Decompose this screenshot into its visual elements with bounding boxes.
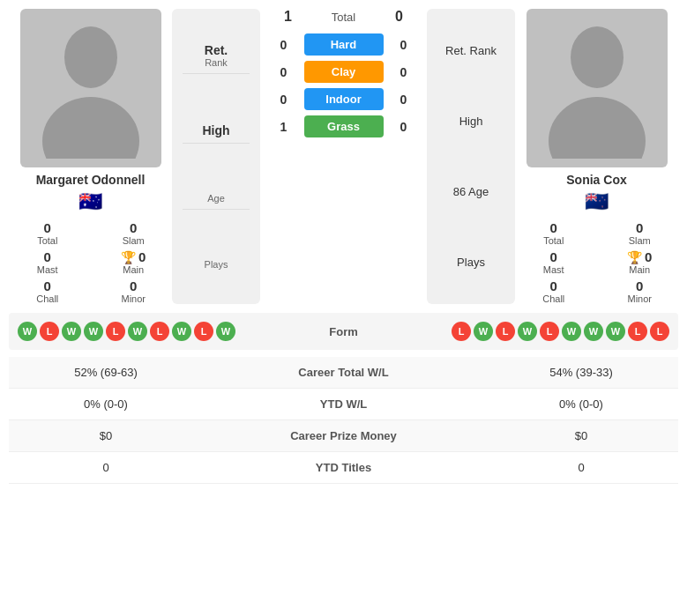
- right-main-stat: 🏆 0 Main: [601, 249, 679, 275]
- hard-left-score: 0: [271, 38, 297, 52]
- left-mast-label: Mast: [37, 264, 58, 275]
- form-badge-w: W: [562, 322, 581, 341]
- left-chall-label: Chall: [36, 293, 58, 304]
- svg-point-3: [549, 97, 646, 159]
- left-mast-stat: 0 Mast: [9, 249, 86, 275]
- left-slam-label: Slam: [123, 235, 145, 246]
- grass-button[interactable]: Grass: [304, 115, 384, 137]
- right-player-card: Sonia Cox 🇳🇿 0 Total 0 Slam 0 Mast: [515, 9, 678, 304]
- left-age-row: Age: [183, 188, 250, 210]
- form-badge-w: W: [172, 322, 191, 341]
- right-form-badges: LWLWLWWWLL: [452, 322, 669, 341]
- left-high-val: High: [202, 123, 229, 137]
- table-cell-center: YTD W/L: [203, 389, 484, 420]
- hard-right-score: 0: [391, 38, 417, 52]
- clay-right-score: 0: [391, 65, 417, 79]
- table-row: 52% (69-63)Career Total W/L54% (39-33): [9, 357, 678, 389]
- form-badge-l: L: [650, 322, 669, 341]
- left-mast-value: 0: [44, 249, 51, 264]
- right-total-value: 0: [550, 220, 557, 235]
- right-total-label: Total: [543, 235, 564, 246]
- right-mast-value: 0: [550, 249, 557, 264]
- table-row: $0Career Prize Money$0: [9, 420, 678, 452]
- right-ret-rank-row: Ret. Rank: [437, 44, 504, 57]
- indoor-left-score: 0: [271, 93, 297, 107]
- form-badge-l: L: [106, 322, 125, 341]
- left-minor-stat: 0 Minor: [95, 278, 173, 304]
- left-ret-rank-row: Ret. Rank: [183, 38, 250, 74]
- indoor-row: 0 Indoor 0: [265, 88, 422, 110]
- right-slam-value: 0: [636, 220, 643, 235]
- left-player-avatar: [20, 9, 161, 167]
- right-age-row: 86 Age: [437, 185, 504, 198]
- center-section: 1 Total 0 0 Hard 0 0 Clay 0 0 Indoor 0 1: [260, 9, 427, 304]
- right-player-flag: 🇳🇿: [585, 190, 609, 213]
- table-row: 0% (0-0)YTD W/L0% (0-0): [9, 389, 678, 420]
- right-player-name: Sonia Cox: [566, 173, 626, 187]
- form-badge-w: W: [518, 322, 537, 341]
- right-stats-panel: Ret. Rank High 86 Age Plays: [427, 9, 515, 304]
- form-badge-w: W: [18, 322, 37, 341]
- form-badge-w: W: [128, 322, 147, 341]
- hard-row: 0 Hard 0: [265, 33, 422, 56]
- left-total-label: Total: [37, 235, 57, 246]
- form-badge-l: L: [628, 322, 647, 341]
- right-plays-row: Plays: [437, 256, 504, 269]
- table-cell-center: Career Prize Money: [203, 420, 484, 452]
- right-ret-rank-lbl: Rank: [470, 44, 497, 57]
- grass-row: 1 Grass 0: [265, 115, 422, 137]
- table-cell-center: Career Total W/L: [203, 357, 484, 389]
- left-chall-value: 0: [44, 278, 51, 293]
- form-badge-l: L: [496, 322, 515, 341]
- left-player-stats: 0 Total 0 Slam 0 Mast 🏆 0: [9, 220, 172, 304]
- form-badge-w: W: [62, 322, 81, 341]
- form-badge-w: W: [584, 322, 603, 341]
- form-section: WLWWLWLWLW Form LWLWLWWWLL: [9, 313, 678, 350]
- grass-left-score: 1: [271, 120, 297, 134]
- stats-table: 52% (69-63)Career Total W/L54% (39-33)0%…: [9, 357, 678, 484]
- form-label: Form: [329, 325, 358, 338]
- form-badge-l: L: [452, 322, 471, 341]
- table-cell-left: 0% (0-0): [9, 389, 203, 420]
- total-right-score: 0: [386, 9, 413, 25]
- form-row: WLWWLWLWLW Form LWLWLWWWLL: [18, 322, 669, 341]
- grass-right-score: 0: [391, 120, 417, 134]
- right-minor-label: Minor: [627, 293, 652, 304]
- table-cell-left: $0: [9, 420, 203, 452]
- total-label: Total: [309, 11, 379, 24]
- table-cell-center: YTD Titles: [203, 452, 484, 484]
- hard-button[interactable]: Hard: [304, 33, 384, 56]
- total-left-score: 1: [275, 9, 302, 25]
- left-main-stat: 🏆 0 Main: [95, 249, 173, 275]
- right-main-label: Main: [629, 264, 650, 275]
- right-age-lbl: Age: [468, 185, 489, 198]
- indoor-button[interactable]: Indoor: [304, 88, 384, 110]
- left-main-label: Main: [123, 264, 144, 275]
- left-player-flag: 🇦🇺: [78, 190, 102, 213]
- svg-point-1: [42, 97, 139, 159]
- table-cell-right: 0% (0-0): [484, 389, 678, 420]
- right-mast-label: Mast: [543, 264, 564, 275]
- table-cell-right: $0: [484, 420, 678, 452]
- table-cell-right: 0: [484, 452, 678, 484]
- form-badge-w: W: [84, 322, 103, 341]
- table-row: 0YTD Titles0: [9, 452, 678, 484]
- table-cell-left: 0: [9, 452, 203, 484]
- right-player-avatar: [526, 9, 668, 167]
- form-badge-w: W: [216, 322, 235, 341]
- left-minor-label: Minor: [121, 293, 146, 304]
- left-player-name: Margaret Odonnell: [36, 173, 146, 187]
- left-total-stat: 0 Total: [9, 220, 86, 246]
- right-chall-value: 0: [550, 278, 557, 293]
- right-total-stat: 0 Total: [515, 220, 593, 246]
- right-high-row: High: [437, 115, 504, 128]
- svg-point-2: [571, 26, 624, 88]
- clay-button[interactable]: Clay: [304, 61, 384, 83]
- clay-row: 0 Clay 0: [265, 61, 422, 83]
- form-badge-w: W: [606, 322, 625, 341]
- left-plays-row: Plays: [183, 254, 250, 275]
- right-minor-value: 0: [636, 278, 643, 293]
- left-chall-stat: 0 Chall: [9, 278, 86, 304]
- left-slam-value: 0: [130, 220, 137, 235]
- left-ret-rank-lbl: Rank: [205, 57, 228, 68]
